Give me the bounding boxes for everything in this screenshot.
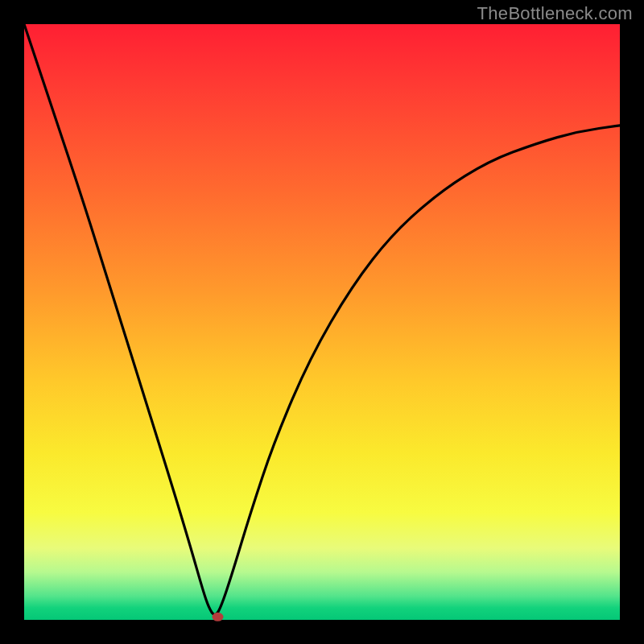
optimum-marker — [213, 613, 224, 621]
curve-svg — [24, 24, 620, 620]
bottleneck-curve — [24, 24, 620, 615]
chart-frame: TheBottleneck.com — [0, 0, 644, 644]
attribution-text: TheBottleneck.com — [477, 3, 633, 24]
plot-area — [24, 24, 620, 620]
